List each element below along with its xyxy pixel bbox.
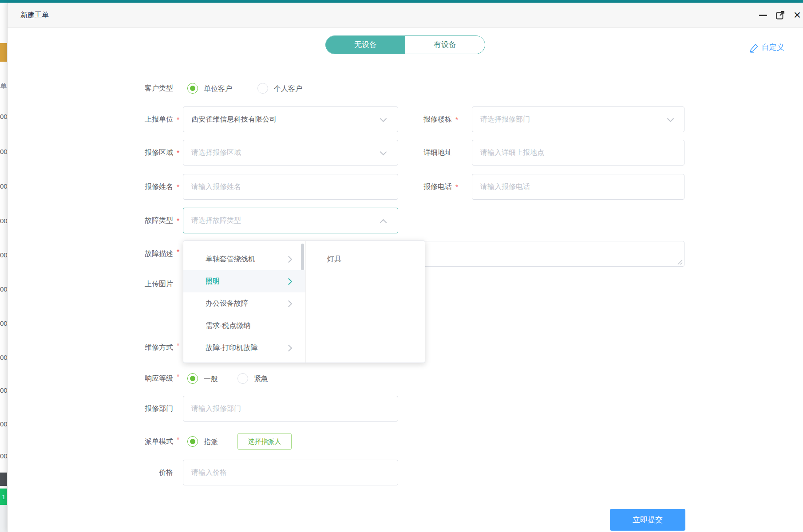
tab-no-device[interactable]: 无设备	[326, 36, 405, 54]
radio-unit-customer-label[interactable]: 单位客户	[204, 83, 232, 94]
bg-row-value: 00	[0, 319, 7, 328]
radio-unit-customer[interactable]	[187, 83, 198, 94]
required-mark: *	[455, 174, 462, 200]
required-mark: *	[177, 342, 183, 350]
report-unit-label: 上报单位	[84, 106, 173, 132]
radio-personal-customer-label[interactable]: 个人客户	[274, 83, 302, 94]
bg-row-value: 00	[0, 112, 7, 121]
name-label: 报修姓名	[84, 174, 173, 200]
required-mark: *	[177, 106, 183, 132]
choose-assignee-button[interactable]: 选择指派人	[237, 433, 292, 450]
chevron-right-icon	[285, 278, 293, 285]
department-input[interactable]	[183, 396, 398, 422]
radio-assign[interactable]	[187, 436, 198, 447]
device-tab-group: 无设备 有设备	[325, 35, 485, 54]
required-mark: *	[177, 208, 183, 233]
chevron-right-icon	[285, 345, 293, 352]
maximize-icon[interactable]	[775, 10, 786, 20]
submit-button[interactable]: 立即提交	[610, 509, 685, 531]
screen: 单 00 00 00 00 00 00 00 00 00 00 00 1 新建工…	[0, 0, 803, 532]
radio-urgent-label[interactable]: 紧急	[254, 373, 268, 384]
bg-row-value: 00	[0, 420, 7, 429]
required-mark: *	[455, 106, 462, 132]
cascader-level1: 单轴套管绕线机 照明 办公设备故障 需求-税点缴纳 故障-打印机故障	[183, 241, 305, 363]
bg-page-badge[interactable]: 1	[0, 489, 7, 505]
required-mark: *	[177, 436, 183, 444]
fault-type-cascader-panel: 单轴套管绕线机 照明 办公设备故障 需求-税点缴纳 故障-打印机故障 灯具	[183, 240, 425, 363]
resize-grip-icon[interactable]	[677, 259, 683, 265]
phone-label: 报修电话	[364, 174, 452, 200]
chevron-right-icon	[285, 256, 293, 263]
bg-row-value: 00	[0, 285, 7, 294]
cascader-subitem[interactable]: 灯具	[306, 248, 425, 270]
bg-row-value: 00	[0, 182, 7, 191]
bg-footer-area	[0, 505, 7, 532]
scrollbar-thumb[interactable]	[301, 244, 304, 270]
required-mark: *	[177, 248, 183, 256]
cascader-item[interactable]: 故障-打印机故障	[183, 337, 305, 359]
background-page-strip: 单 00 00 00 00 00 00 00 00 00 00 00 1	[0, 3, 7, 532]
repair-method-label: 维修方式	[84, 342, 173, 353]
required-mark: *	[177, 140, 183, 166]
cascader-item[interactable]: 单轴套管绕线机	[183, 248, 305, 270]
fault-type-label: 故障类型	[84, 208, 173, 233]
radio-normal[interactable]	[187, 373, 198, 384]
tab-has-device[interactable]: 有设备	[405, 36, 485, 54]
area-label: 报修区域	[84, 140, 173, 166]
price-input[interactable]	[183, 460, 398, 485]
bg-dark-bar	[0, 473, 7, 486]
dispatch-mode-label: 派单模式	[84, 436, 173, 447]
modal-header	[7, 3, 803, 28]
radio-assign-label[interactable]: 指派	[204, 436, 218, 447]
fault-type-select[interactable]	[183, 208, 398, 233]
cascader-item-active[interactable]: 照明	[183, 270, 305, 292]
response-level-label: 响应等级	[84, 373, 173, 384]
customize-link[interactable]: 自定义	[762, 42, 784, 53]
bg-row-value: 00	[0, 386, 7, 395]
close-icon[interactable]: ×	[791, 8, 803, 22]
bg-row-value: 00	[0, 217, 7, 225]
cascader-item[interactable]: 办公设备故障	[183, 292, 305, 315]
bg-row-value: 00	[0, 452, 7, 461]
modal-title: 新建工单	[20, 3, 49, 28]
phone-input[interactable]	[472, 174, 684, 200]
cascader-level2: 灯具	[305, 241, 425, 363]
address-label: 详细地址	[364, 140, 452, 166]
customer-type-label: 客户类型	[84, 83, 173, 94]
radio-urgent[interactable]	[237, 373, 248, 384]
bg-row-value: 00	[0, 251, 7, 260]
required-mark: *	[177, 174, 183, 200]
radio-normal-label[interactable]: 一般	[204, 373, 218, 384]
building-select[interactable]	[472, 106, 684, 132]
address-input[interactable]	[472, 140, 684, 166]
radio-personal-customer[interactable]	[257, 83, 268, 94]
edit-pencil-icon[interactable]	[748, 42, 760, 54]
bg-row-value: 00	[0, 147, 7, 156]
upload-label: 上传图片	[84, 279, 173, 289]
price-label: 价格	[84, 460, 173, 485]
fault-desc-label: 故障描述	[84, 248, 173, 259]
chevron-right-icon	[285, 300, 293, 307]
minimize-icon[interactable]	[759, 15, 767, 16]
required-mark: *	[177, 373, 183, 381]
department-label: 报修部门	[84, 396, 173, 422]
bg-row-value: 00	[0, 353, 7, 362]
bg-orange-fragment	[0, 43, 7, 62]
building-label: 报修楼栋	[364, 106, 452, 132]
bg-partial-text: 单	[0, 81, 7, 91]
cascader-item[interactable]: 需求-税点缴纳	[183, 315, 305, 337]
